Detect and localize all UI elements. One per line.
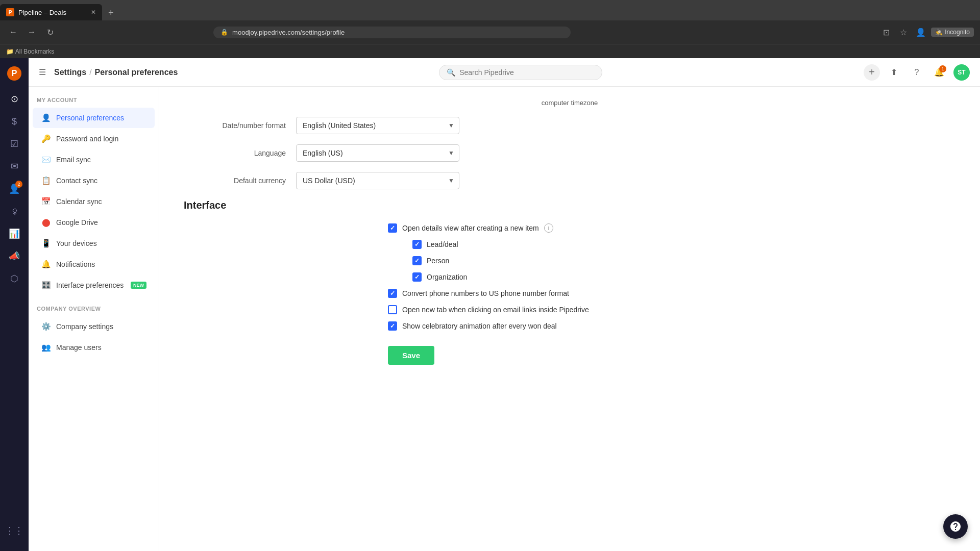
organization-label: Organization bbox=[427, 273, 467, 281]
sidebar-notifications-label: Notifications bbox=[56, 260, 146, 268]
settings-breadcrumb[interactable]: Settings bbox=[54, 68, 86, 77]
sidebar-email-sync-label: Email sync bbox=[56, 156, 146, 164]
nav-cube-icon[interactable]: ⬡ bbox=[4, 268, 24, 289]
sidebar-calendar-sync-label: Calendar sync bbox=[56, 197, 146, 206]
address-text: moodjoy.pipedrive.com/settings/profile bbox=[232, 29, 345, 36]
notification-icon[interactable]: 🔔 1 bbox=[931, 64, 947, 81]
date-format-control: English (United States) ▼ bbox=[296, 117, 459, 134]
nav-rail: P ⊙ $ ☑ ✉ 👤 2 ⧬ 📊 📣 ⬡ ⋮⋮ bbox=[0, 58, 29, 551]
sidebar-item-password-and-login[interactable]: 🔑 Password and login bbox=[33, 129, 155, 149]
nav-contacts-icon[interactable]: 👤 2 bbox=[4, 179, 24, 199]
sidebar-company-settings-label: Company settings bbox=[56, 322, 146, 331]
nav-calendar-icon[interactable]: ⧬ bbox=[4, 201, 24, 221]
language-row: Language English (US) ▼ bbox=[184, 144, 955, 162]
organization-checkbox[interactable]: ✓ bbox=[412, 272, 422, 282]
sidebar-interface-prefs-label: Interface preferences bbox=[56, 281, 126, 289]
notifications-icon: 🔔 bbox=[41, 259, 51, 269]
back-btn[interactable]: ← bbox=[6, 25, 20, 39]
nav-megaphone-icon[interactable]: 📣 bbox=[4, 246, 24, 266]
user-avatar[interactable]: ST bbox=[953, 64, 970, 81]
company-overview-section-label: COMPANY OVERVIEW bbox=[29, 306, 159, 316]
sidebar-item-calendar-sync[interactable]: 📅 Calendar sync bbox=[33, 191, 155, 212]
incognito-badge: 🕵 Incognito bbox=[931, 28, 974, 37]
main-content: computer timezone Date/number format Eng… bbox=[159, 87, 980, 551]
sidebar-contact-sync-label: Contact sync bbox=[56, 177, 146, 185]
sidebar-item-notifications[interactable]: 🔔 Notifications bbox=[33, 254, 155, 274]
date-format-label: Date/number format bbox=[184, 121, 286, 130]
sidebar-item-email-sync[interactable]: ✉️ Email sync bbox=[33, 149, 155, 170]
sidebar-google-drive-label: Google Drive bbox=[56, 218, 146, 227]
convert-phone-checkbox[interactable]: ✓ bbox=[388, 289, 397, 298]
reload-btn[interactable]: ↻ bbox=[43, 25, 57, 39]
save-button[interactable]: Save bbox=[388, 346, 434, 365]
search-bar[interactable]: 🔍 bbox=[439, 65, 602, 80]
company-settings-icon: ⚙️ bbox=[41, 321, 51, 332]
person-row: ✓ Person bbox=[388, 256, 955, 265]
help-icon[interactable]: ? bbox=[909, 64, 925, 81]
breadcrumb: Settings / Personal preferences bbox=[54, 68, 178, 77]
active-tab[interactable]: P Pipeline – Deals ✕ bbox=[0, 4, 102, 20]
cast-icon: ⊡ bbox=[879, 25, 893, 39]
star-icon[interactable]: ☆ bbox=[896, 25, 911, 39]
date-format-select[interactable]: English (United States) bbox=[296, 117, 459, 134]
breadcrumb-sep: / bbox=[89, 68, 91, 77]
open-details-info-icon[interactable]: i bbox=[544, 223, 553, 233]
checkbox-group: ✓ Open details view after creating a new… bbox=[388, 223, 955, 331]
sidebar-item-your-devices[interactable]: 📱 Your devices bbox=[33, 233, 155, 254]
app-logo[interactable]: P bbox=[5, 64, 23, 83]
lock-icon: 🔒 bbox=[220, 29, 228, 36]
organization-row: ✓ Organization bbox=[388, 272, 955, 282]
search-input[interactable] bbox=[459, 68, 595, 77]
open-new-tab-checkbox[interactable] bbox=[388, 305, 397, 314]
lead-deal-checkbox[interactable]: ✓ bbox=[412, 240, 422, 249]
tab-favicon: P bbox=[6, 8, 14, 16]
currency-label: Default currency bbox=[184, 177, 286, 185]
convert-phone-row: ✓ Convert phone numbers to US phone numb… bbox=[388, 289, 955, 298]
add-button[interactable]: + bbox=[864, 64, 880, 81]
top-header: ☰ Settings / Personal preferences 🔍 + ⬆ … bbox=[29, 58, 980, 87]
share-icon[interactable]: ⬆ bbox=[886, 64, 902, 81]
person-checkbox[interactable]: ✓ bbox=[412, 256, 422, 265]
sidebar-item-contact-sync[interactable]: 📋 Contact sync bbox=[33, 170, 155, 191]
sidebar-item-company-settings[interactable]: ⚙️ Company settings bbox=[33, 316, 155, 337]
contact-sync-icon: 📋 bbox=[41, 176, 51, 186]
help-fab-button[interactable] bbox=[943, 514, 968, 539]
currency-control: US Dollar (USD) ▼ bbox=[296, 172, 459, 189]
convert-phone-label: Convert phone numbers to US phone number… bbox=[402, 289, 569, 297]
tab-close-btn[interactable]: ✕ bbox=[91, 9, 96, 16]
tab-title: Pipeline – Deals bbox=[18, 9, 66, 16]
celebratory-label: Show celebratory animation after every w… bbox=[402, 322, 557, 330]
nav-deals-icon[interactable]: $ bbox=[4, 111, 24, 132]
interface-section: Interface ✓ Open details view after crea… bbox=[184, 199, 955, 365]
svg-text:P: P bbox=[12, 69, 17, 78]
open-details-checkbox[interactable]: ✓ bbox=[388, 223, 397, 233]
currency-select[interactable]: US Dollar (USD) bbox=[296, 172, 459, 189]
sidebar-item-manage-users[interactable]: 👥 Manage users bbox=[33, 337, 155, 358]
manage-users-icon: 👥 bbox=[41, 342, 51, 353]
person-label: Person bbox=[427, 257, 449, 265]
nav-grid-icon[interactable]: ⋮⋮ bbox=[4, 520, 24, 541]
account-icon[interactable]: 👤 bbox=[914, 25, 928, 39]
google-drive-icon: ⬤ bbox=[41, 217, 51, 228]
nav-tasks-icon[interactable]: ☑ bbox=[4, 134, 24, 154]
address-bar[interactable]: 🔒 moodjoy.pipedrive.com/settings/profile bbox=[213, 27, 571, 38]
nav-home-icon[interactable]: ⊙ bbox=[4, 89, 24, 109]
nav-reports-icon[interactable]: 📊 bbox=[4, 223, 24, 244]
forward-btn[interactable]: → bbox=[24, 25, 39, 39]
sidebar-item-personal-preferences[interactable]: 👤 Personal preferences bbox=[33, 108, 155, 128]
menu-icon[interactable]: ☰ bbox=[39, 67, 46, 77]
open-details-label: Open details view after creating a new i… bbox=[402, 224, 539, 232]
language-select[interactable]: English (US) bbox=[296, 144, 459, 162]
open-new-tab-label: Open new tab when clicking on email link… bbox=[402, 306, 589, 314]
language-label: Language bbox=[184, 149, 286, 157]
nav-mail-icon[interactable]: ✉ bbox=[4, 156, 24, 177]
notification-badge: 1 bbox=[939, 65, 946, 72]
lead-deal-row: ✓ Lead/deal bbox=[388, 240, 955, 249]
sidebar-item-google-drive[interactable]: ⬤ Google Drive bbox=[33, 212, 155, 233]
sidebar-item-interface-preferences[interactable]: 🎛️ Interface preferences NEW bbox=[33, 275, 155, 295]
new-tab-button[interactable]: + bbox=[104, 6, 118, 20]
email-sync-icon: ✉️ bbox=[41, 155, 51, 165]
timezone-note: computer timezone bbox=[184, 99, 955, 107]
open-details-row: ✓ Open details view after creating a new… bbox=[388, 223, 955, 233]
celebratory-checkbox[interactable]: ✓ bbox=[388, 321, 397, 331]
